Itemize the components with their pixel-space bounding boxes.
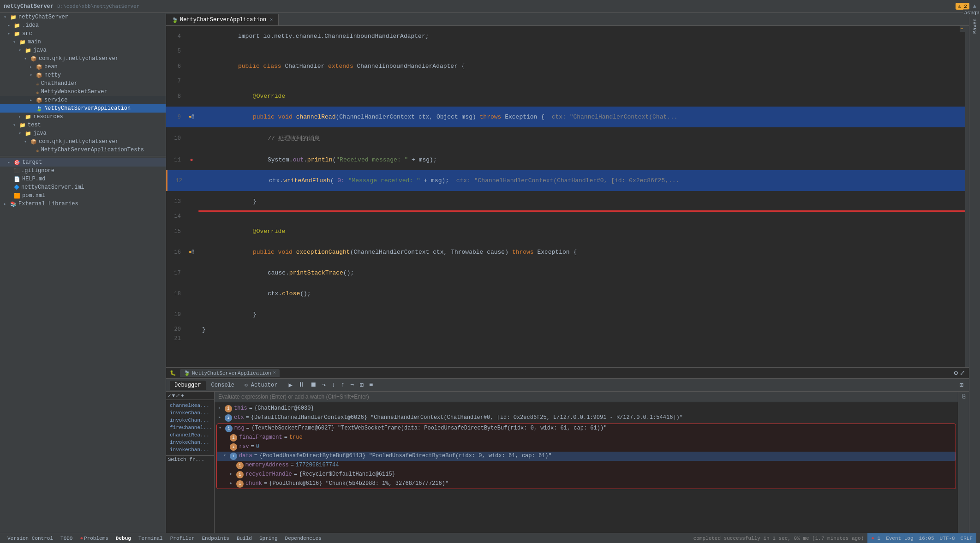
settings-icon[interactable]: ⚙ (954, 369, 958, 377)
var-toggle-ctx[interactable] (218, 414, 225, 420)
vc-version-control[interactable]: Version Control (4, 536, 57, 541)
debug-resume-btn[interactable]: ▶ (287, 380, 294, 390)
var-row-memaddr[interactable]: i memoryAddress = 1772068167744 (217, 461, 956, 470)
tree-arrow-src (7, 31, 12, 36)
sidebar-item-main[interactable]: 📁 main (0, 38, 166, 46)
sidebar-item-netty[interactable]: 📦 netty (0, 71, 166, 79)
right-tab-maven[interactable]: Maven (970, 15, 980, 37)
frame-item-3[interactable]: fireChannel... (168, 424, 210, 431)
var-row-recycler[interactable]: i recyclerHandle = {Recycler$DefaultHand… (217, 470, 956, 479)
debug-pause-btn[interactable]: ⏸ (296, 380, 306, 390)
var-row-msg[interactable]: i msg = {TextWebSocketFrame@6027} "TextW… (217, 424, 956, 433)
sidebar-item-java[interactable]: 📁 java (0, 46, 166, 54)
sidebar-item-ext-libs[interactable]: 📚 External Libraries (0, 200, 166, 208)
sidebar-item-test[interactable]: 📁 test (0, 121, 166, 129)
switch-from-btn[interactable]: Switch fr... (166, 455, 214, 463)
debug-stop-btn[interactable]: ⏹ (308, 380, 318, 390)
line-num-14: 14 (166, 213, 185, 220)
tree-arrow-java2 (18, 131, 23, 136)
vc-dependencies[interactable]: Dependencies (281, 536, 325, 541)
var-name-chunk: chunk (245, 480, 262, 487)
target-icon: 🎯 (14, 160, 20, 166)
var-row-rsv[interactable]: i rsv = 0 (217, 442, 956, 452)
sidebar-item-chathandler[interactable]: ☕ ChatHandler (0, 79, 166, 88)
sidebar-item-iml[interactable]: 🔷 nettyChatServer.iml (0, 183, 166, 191)
sidebar-item-com-qhkj[interactable]: 📦 com.qhkj.nettychatserver (0, 54, 166, 63)
filter-icon[interactable]: ▼ (172, 393, 175, 399)
sidebar-item-java2[interactable]: 📁 java (0, 129, 166, 137)
var-toggle-chunk[interactable] (230, 480, 236, 486)
debug-step-over-btn[interactable]: ↷ (320, 380, 328, 390)
sidebar-item-idea[interactable]: 📁 .idea (0, 21, 166, 30)
code-line-8: 8 @Override (166, 86, 969, 107)
sidebar-item-src[interactable]: 📁 src (0, 30, 166, 38)
var-row-ctx[interactable]: i ctx = {DefaultChannelHandlerContext@60… (216, 413, 956, 423)
vc-spring[interactable]: Spring (256, 536, 281, 541)
debug-frames-btn[interactable]: ≡ (367, 380, 375, 390)
tab-debugger[interactable]: Debugger (170, 381, 206, 390)
frame-item-0[interactable]: channelRea... (168, 402, 210, 409)
editor-scrollbar[interactable] (965, 26, 969, 367)
sidebar-item-help[interactable]: 📄 HELP.md (0, 175, 166, 183)
sidebar-item-gitignore[interactable]: ⬛ .gitignore (0, 167, 166, 175)
var-row-chunk[interactable]: i chunk = {PoolChunk@6116} "Chunk(5b4b29… (217, 479, 956, 489)
line-code-9: public void channelRead(ChannelHandlerCo… (198, 107, 969, 127)
var-row-finalfragment[interactable]: i finalFragment = true (217, 433, 956, 442)
var-toggle-this[interactable] (218, 405, 225, 411)
code-editor[interactable]: 4 import io.netty.channel.ChannelInbound… (166, 26, 969, 367)
sidebar-item-resources[interactable]: 📁 resources (0, 113, 166, 121)
tab-console[interactable]: Console (207, 381, 239, 390)
sidebar-item-com-qhkj2[interactable]: 📦 com.qhkj.nettychatserver (0, 137, 166, 146)
vc-problems[interactable]: ● Problems (76, 536, 112, 541)
sidebar-item-netty-app[interactable]: 🍃 NettyChatServerApplication (0, 104, 166, 113)
vc-build[interactable]: Build (233, 536, 256, 541)
sidebar-item-nettywebsocket[interactable]: ☕ NettyWebsocketServer (0, 88, 166, 96)
breakpoint-icon-11[interactable]: ● (190, 157, 193, 163)
session-close-btn[interactable]: × (273, 370, 276, 376)
copy-icon[interactable]: ⎘ (962, 394, 965, 400)
vc-debug[interactable]: Debug (112, 536, 135, 541)
var-name-msg: msg (234, 425, 245, 431)
vc-todo[interactable]: TODO (57, 536, 76, 541)
frames-expand-icon[interactable]: ⤢ (176, 393, 180, 399)
warning-badge[interactable]: ⚠ 2 (956, 3, 969, 10)
var-val-chunk: {PoolChunk@6116} "Chunk(5b4b2988: 1%, 32… (269, 480, 448, 487)
watch-input[interactable] (215, 392, 958, 402)
add-watch-icon[interactable]: + (181, 393, 184, 399)
frame-item-6[interactable]: invokeChan... (168, 446, 210, 453)
status-event-log[interactable]: Event Log (886, 536, 913, 541)
check-icon[interactable]: ✓ (168, 393, 171, 399)
var-eq-data: = (254, 453, 257, 459)
sidebar-item-service[interactable]: 📦 service (0, 96, 166, 104)
var-toggle-data[interactable] (223, 453, 230, 458)
debug-step-into-btn[interactable]: ↓ (329, 380, 337, 390)
tab-close-icon[interactable]: × (270, 18, 273, 23)
sidebar-item-tests[interactable]: ☕ NettyChatServerApplicationTests (0, 146, 166, 154)
var-icon-recycler: i (236, 471, 244, 478)
sidebar-item-root[interactable]: 📁 nettyChatServer (0, 13, 166, 21)
frame-item-1[interactable]: invokeChan... (168, 409, 210, 417)
debug-layout-btn[interactable]: ⊞ (958, 380, 965, 390)
sidebar-item-pom[interactable]: 🟧 pom.xml (0, 191, 166, 200)
expand-icon[interactable]: ▲ (973, 3, 976, 10)
frame-item-2[interactable]: invokeChan... (168, 417, 210, 424)
frame-item-4[interactable]: channelRea... (168, 431, 210, 439)
debug-step-out-btn[interactable]: ↑ (339, 380, 347, 390)
debug-evaluate-btn[interactable]: ⊞ (358, 380, 365, 390)
vc-terminal[interactable]: Terminal (135, 536, 167, 541)
var-row-data[interactable]: i data = {PooledUnsafeDirectByteBuf@6113… (217, 452, 956, 461)
vc-endpoints[interactable]: Endpoints (198, 536, 233, 541)
expand-panel-icon[interactable]: ⤢ (960, 369, 965, 377)
sidebar-label-tests: NettyChatServerApplicationTests (41, 147, 144, 153)
debug-run-to-cursor-btn[interactable]: ➡ (348, 380, 356, 390)
sidebar-item-bean[interactable]: 📦 bean (0, 63, 166, 71)
frame-item-5[interactable]: invokeChan... (168, 439, 210, 446)
tab-actuator[interactable]: ⚙ Actuator (240, 381, 282, 390)
var-toggle-recycler[interactable] (230, 471, 236, 477)
var-toggle-msg[interactable] (219, 425, 225, 430)
debug-session-tab[interactable]: 🍃 NettyChatServerApplication × (180, 369, 280, 377)
sidebar-item-target[interactable]: 🎯 target (0, 158, 166, 167)
var-row-this[interactable]: i this = {ChatHandler@6030} (216, 404, 956, 413)
editor-tab-main[interactable]: 🍃 NettyChatServerApplication × (166, 14, 279, 25)
vc-profiler[interactable]: Profiler (167, 536, 198, 541)
